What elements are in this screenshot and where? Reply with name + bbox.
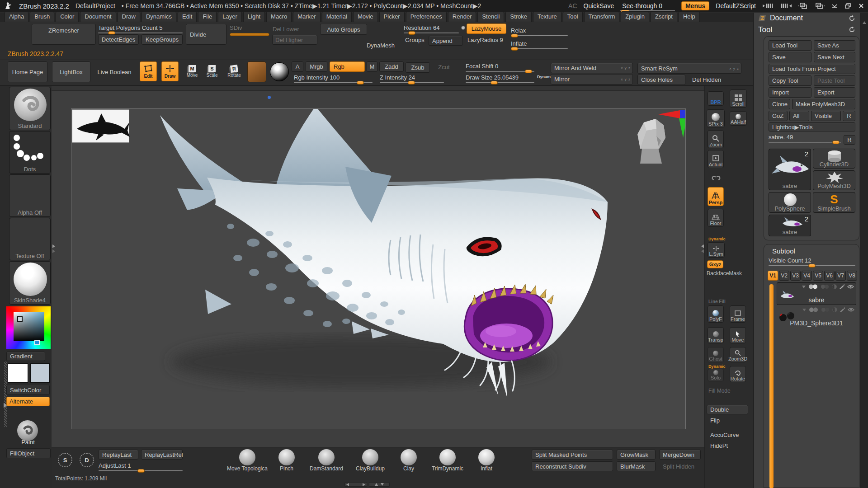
- menu-zscript[interactable]: Zscript: [651, 11, 677, 22]
- move-button[interactable]: M Move: [184, 61, 200, 81]
- brush-move-topological[interactable]: Move Topologica: [231, 449, 264, 472]
- rotate-button[interactable]: R Rotate: [226, 61, 243, 81]
- ghost-button[interactable]: Ghost: [708, 347, 724, 362]
- tab-v2[interactable]: V2: [779, 271, 789, 281]
- reconstruct-subdiv-button[interactable]: Reconstruct Subdiv: [532, 461, 613, 471]
- menus-button[interactable]: Menus: [681, 1, 709, 10]
- draw-button[interactable]: Draw: [161, 61, 179, 81]
- window-right-scrollbar[interactable]: [860, 13, 868, 488]
- uv-icon[interactable]: [821, 284, 830, 289]
- menu-movie[interactable]: Movie: [353, 11, 378, 22]
- menu-marker[interactable]: Marker: [293, 11, 320, 22]
- copy-tool-button[interactable]: Copy Tool: [769, 75, 811, 86]
- zremesher-button[interactable]: ZRemesher: [32, 24, 96, 45]
- menu-material[interactable]: Material: [322, 11, 352, 22]
- smart-resym-button[interactable]: Smart ReSymx y z: [637, 63, 741, 74]
- home-page-button[interactable]: Home Page: [8, 61, 47, 82]
- cascade-windows2-icon[interactable]: [815, 2, 825, 9]
- tool-thumb-polysphere[interactable]: PolySphere: [769, 192, 811, 213]
- strip-rotate-button[interactable]: Rotate: [730, 366, 746, 382]
- clone-button[interactable]: Clone: [769, 99, 790, 109]
- gradient-button[interactable]: Gradient: [6, 352, 45, 361]
- draw-size-slider[interactable]: Draw Size 25.05439: [466, 74, 534, 83]
- subtool-scroll-bar[interactable]: [769, 284, 774, 488]
- menu-tool[interactable]: Tool: [563, 11, 583, 22]
- replay-last-button[interactable]: ReplayLast: [99, 450, 138, 460]
- tab-v6[interactable]: V6: [824, 271, 835, 281]
- mrgb-button[interactable]: Mrgb: [306, 61, 327, 72]
- rgb-button[interactable]: Rgb: [330, 61, 365, 72]
- gxyz-button[interactable]: Gxyz: [707, 260, 723, 268]
- save-as-button[interactable]: Save As: [814, 40, 855, 51]
- inflate-slider[interactable]: Inflate: [511, 40, 568, 49]
- color-picker-cursor2[interactable]: [34, 340, 40, 345]
- save-next-button[interactable]: Save Next: [814, 52, 855, 62]
- left-tray-arrows[interactable]: [52, 244, 56, 254]
- subtool-drop-icon[interactable]: [802, 285, 806, 289]
- backfacemask-button[interactable]: BackfaceMask: [707, 270, 742, 277]
- hidept-button[interactable]: HidePt: [707, 441, 748, 450]
- flip-button[interactable]: Flip: [707, 416, 748, 425]
- tool-thumb-sabre[interactable]: 2 sabre: [769, 149, 811, 190]
- lazymouse-button[interactable]: LazyMouse: [467, 23, 506, 34]
- divide-button[interactable]: Divide: [186, 24, 226, 45]
- target-polygons-slider[interactable]: Target Polygons Count 5: [98, 24, 183, 33]
- menu-document[interactable]: Document: [80, 11, 116, 22]
- brush-clay[interactable]: Clay: [397, 449, 420, 472]
- split-hidden-button[interactable]: Split Hidden: [659, 461, 701, 471]
- relax-slider[interactable]: Relax: [511, 27, 568, 36]
- close-icon[interactable]: [858, 3, 864, 9]
- mirror-xyz[interactable]: x y z: [621, 77, 632, 81]
- menu-help[interactable]: Help: [679, 11, 700, 22]
- color-picker[interactable]: [6, 306, 51, 349]
- menu-render[interactable]: Render: [448, 11, 476, 22]
- mirror-weld-xyz[interactable]: x y z: [621, 66, 632, 70]
- fillobject-button[interactable]: FillObject: [6, 448, 51, 458]
- uv2-icon[interactable]: [821, 307, 830, 312]
- current-texture-tile[interactable]: Texture Off: [9, 218, 51, 260]
- menu-dynamics[interactable]: Dynamics: [142, 11, 176, 22]
- menu-transform[interactable]: Transform: [584, 11, 620, 22]
- lazyradius-label[interactable]: LazyRadius 9: [467, 37, 503, 43]
- menu-zplugin[interactable]: Zplugin: [621, 11, 649, 22]
- brush-damstandard[interactable]: DamStandard: [309, 449, 344, 472]
- auto-groups-button[interactable]: Auto Groups: [320, 24, 367, 35]
- growmask-button[interactable]: GrowMask: [617, 450, 656, 460]
- frame-button[interactable]: Frame: [730, 305, 746, 323]
- menu-alpha[interactable]: Alpha: [5, 11, 28, 22]
- zoom3d-button[interactable]: Zoom3D: [730, 347, 746, 362]
- tool-r-button[interactable]: R: [844, 135, 855, 145]
- menu-macro[interactable]: Macro: [266, 11, 292, 22]
- scroll-button[interactable]: Scroll: [730, 89, 747, 108]
- document[interactable]: [71, 108, 686, 429]
- brush-claybuildup[interactable]: ClayBuildup: [354, 449, 387, 472]
- tool-thumb-cylinder[interactable]: Cylinder3D: [813, 149, 855, 169]
- tool-thumb-simplebrush[interactable]: S SimpleBrush: [813, 192, 855, 213]
- live-boolean-button[interactable]: Live Boolean: [94, 61, 135, 82]
- tray-right-icon[interactable]: [780, 3, 792, 9]
- subtool-title[interactable]: Subtool: [772, 247, 795, 255]
- floor-button[interactable]: Floor: [708, 209, 724, 227]
- edit-button[interactable]: Edit: [140, 61, 157, 81]
- switchcolor-button[interactable]: SwitchColor: [6, 385, 50, 395]
- eye2-icon[interactable]: [848, 307, 854, 312]
- default-zscript-button[interactable]: DefaultZScript: [716, 2, 756, 9]
- menu-brush[interactable]: Brush: [30, 11, 54, 22]
- menu-edit[interactable]: Edit: [178, 11, 197, 22]
- polyf-button[interactable]: PolyF: [708, 305, 724, 323]
- canvas-nav-arrows2[interactable]: [369, 482, 390, 487]
- detect-edges-button[interactable]: DetectEdges: [98, 34, 139, 45]
- paintbrush-icon[interactable]: [839, 284, 845, 289]
- canvas-area[interactable]: [52, 86, 704, 447]
- lightbox-button[interactable]: LightBox: [52, 61, 90, 82]
- resolution-slider[interactable]: Resolution 64: [404, 24, 459, 33]
- menu-draw[interactable]: Draw: [118, 11, 140, 22]
- see-through-slider[interactable]: See-through 0: [620, 2, 675, 10]
- link-icon[interactable]: [711, 174, 721, 183]
- import-button[interactable]: Import: [769, 87, 811, 98]
- tab-v7[interactable]: V7: [835, 271, 846, 281]
- mergedown-button[interactable]: MergeDown: [659, 450, 701, 460]
- visible-count-slider[interactable]: Visible Count 12: [769, 257, 855, 266]
- stroke-s-icon[interactable]: S: [58, 453, 72, 467]
- zsub-button[interactable]: Zsub: [406, 62, 430, 73]
